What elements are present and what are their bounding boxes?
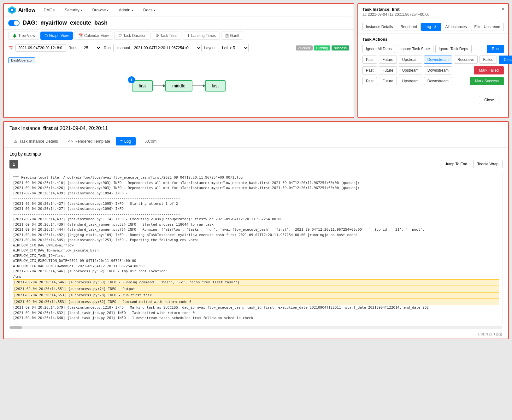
tab-landing-times[interactable]: ⬇ Landing Times — [183, 32, 220, 40]
clear-past-btn[interactable]: Past — [362, 56, 377, 64]
jump-to-end-btn[interactable]: Jump To End — [441, 160, 471, 168]
layout-select[interactable]: Left > R — [218, 44, 249, 52]
ignore-task-state-btn[interactable]: Ignore Task State — [397, 45, 433, 53]
failed-future-btn[interactable]: Future — [379, 66, 397, 74]
clear-downstream-btn[interactable]: Downstream — [424, 56, 452, 64]
nav-browse[interactable]: Browse ▾ — [90, 6, 110, 14]
tab-tree-view[interactable]: 🌲 Tree View — [8, 32, 39, 40]
run-btn[interactable]: Run — [487, 45, 504, 53]
ignore-all-deps-btn[interactable]: Ignore All Deps — [362, 45, 395, 53]
log-line: AIRFLOW_CTX_EXECUTION_DATE=2021-09-04T12… — [13, 258, 499, 264]
run-label: Run — [104, 46, 111, 50]
log-footer: CSDN @IT答道 — [4, 330, 508, 339]
log-line: [2021-09-04 20:20:14,444] {standard_task… — [13, 227, 499, 233]
log-tab-xcom[interactable]: = XCom — [137, 137, 161, 145]
tab-graph-view[interactable]: ⬡ Graph View — [40, 32, 73, 40]
success-upstream-btn[interactable]: Upstream — [399, 77, 422, 85]
log-line: [2021-09-04 20:20:14,545] {taskinstance.… — [13, 238, 499, 243]
log-line: AIRFLOW_CTX_DAG_RUN_ID=manual__2021-09-0… — [13, 264, 499, 269]
tab-gantt[interactable]: ▤ Gantt — [221, 32, 243, 40]
log-line: [2021-09-04 20:20:14,437] {taskinstance.… — [13, 217, 499, 222]
log-line: [2021-09-04 20:20:14,553] {subprocess.py… — [13, 299, 499, 305]
brand-name: Airflow — [18, 7, 35, 13]
scrollbar-thumb[interactable] — [9, 326, 22, 329]
list-icon: ≡ — [120, 139, 123, 144]
clear-failed-btn[interactable]: Failed — [480, 56, 497, 64]
nav-dags[interactable]: DAGs — [42, 6, 56, 14]
tab-all-instances[interactable]: All Instances — [442, 23, 470, 31]
log-panel-title: Task Instance: first at 2021-09-04, 20:2… — [9, 126, 108, 131]
warning-icon: ⚠ — [14, 139, 18, 144]
step-badge-1: 1 — [128, 76, 135, 83]
dag-node-middle[interactable]: middle — [165, 80, 192, 92]
calendar-icon: 📅 — [78, 33, 83, 38]
log-line: [2021-09-04 20:20:14,427] {taskinstance.… — [13, 201, 499, 207]
tab-task-tries[interactable]: ⟳ Task Tries — [152, 32, 181, 40]
nav-admin[interactable]: Admin ▾ — [117, 6, 135, 14]
dag-title: myairflow_execute_bash — [40, 20, 108, 26]
failed-past-btn[interactable]: Past — [362, 66, 377, 74]
log-tab-instance-details[interactable]: ⚠ Task Instance Details — [9, 137, 62, 145]
log-line: *** Reading local file: /root/airflow/lo… — [13, 175, 499, 180]
tab-task-duration[interactable]: ⏱ Task Duration — [114, 32, 150, 40]
nav-security[interactable]: Security ▾ — [63, 6, 84, 14]
clear-recursive-btn[interactable]: Recursive — [454, 56, 478, 64]
clear-upstream-btn[interactable]: Upstream — [399, 56, 422, 64]
log-tab-rendered[interactable]: <> Rendered Template — [64, 137, 115, 145]
task-panel-subtitle: at: 2021-09-04T12:20:11.967254+00:00 — [362, 12, 504, 17]
dag-node-first[interactable]: first — [132, 80, 153, 92]
log-line: [2021-09-04 20:20:14,426] {taskinstance.… — [13, 186, 499, 191]
mark-success-btn[interactable]: Mark Success — [470, 77, 504, 85]
operator-label: BashOperator — [8, 57, 35, 63]
runs-select[interactable]: 25 — [80, 44, 101, 52]
clear-future-btn[interactable]: Future — [379, 56, 397, 64]
svg-point-2 — [11, 9, 13, 11]
ignore-task-deps-btn[interactable]: Ignore Task Deps — [435, 45, 472, 53]
tab-filter-upstream[interactable]: Filter Upstream — [471, 23, 504, 31]
failed-downstream-btn[interactable]: Downstream — [424, 66, 452, 74]
log-tab-log[interactable]: ≡ Log — [116, 137, 135, 145]
attempt-badge[interactable]: 1 — [9, 160, 18, 169]
toggle-wrap-btn[interactable]: Toggle Wrap — [473, 160, 503, 168]
run-select[interactable]: manual__2021-09-04T12:20:11.967254+00:00 — [113, 44, 202, 52]
airflow-logo-icon — [8, 6, 16, 15]
log-line: [2021-09-04 20:20:14,492] {logging_mixin… — [13, 233, 499, 238]
log-attempts-label: Log by attempts — [4, 148, 508, 158]
nav-docs[interactable]: Docs ▾ — [141, 6, 157, 14]
arrow-middle-last — [192, 86, 205, 86]
log-nav-tabs: ⚠ Task Instance Details <> Rendered Temp… — [4, 135, 508, 148]
dag-node-last[interactable]: last — [205, 80, 226, 92]
log-line: [2021-09-04 20:20:14,632] {local_task_jo… — [13, 311, 499, 316]
close-x-button[interactable]: × — [502, 6, 504, 12]
tab-calendar-view[interactable]: 📅 Calendar View — [74, 32, 113, 40]
badge-running: running — [314, 45, 331, 50]
tab-log[interactable]: Log 2 — [421, 23, 441, 31]
tries-icon: ⟳ — [156, 33, 159, 38]
calendar-ctrl-icon: 📅 — [8, 46, 13, 50]
failed-upstream-btn[interactable]: Upstream — [399, 66, 422, 74]
log-line: /tmp — [13, 274, 499, 280]
node-first-wrapper: 1 first — [132, 80, 153, 92]
scrollbar[interactable] — [9, 326, 503, 329]
tab-rendered[interactable]: Rendered — [397, 23, 421, 31]
arrow-first-middle — [153, 86, 165, 86]
log-line: [2021-09-04 20:20:14,410] {taskinstance.… — [13, 180, 499, 186]
date-input[interactable] — [15, 44, 66, 52]
dag-toggle[interactable] — [8, 20, 20, 26]
success-past-btn[interactable]: Past — [362, 77, 377, 85]
status-badges: queued running success — [296, 45, 349, 50]
clear-btn[interactable]: Clear — [499, 56, 512, 64]
log-panel-header: Task Instance: first at 2021-09-04, 20:2… — [4, 122, 508, 135]
tab-instance-details[interactable]: Instance Details — [362, 23, 396, 31]
mark-failed-btn[interactable]: Mark Failed — [474, 66, 504, 74]
log-line: [2021-09-04 20:20:14,546] {subprocess.py… — [13, 269, 499, 274]
task-actions-title: Task Actions — [362, 37, 504, 42]
graph-icon: ⬡ — [44, 33, 48, 38]
success-downstream-btn[interactable]: Downstream — [424, 77, 452, 85]
success-future-btn[interactable]: Future — [379, 77, 397, 85]
log-badge: 2 — [433, 24, 438, 29]
close-bottom-button[interactable]: Close — [479, 96, 499, 104]
log-controls: 1 Jump To End Toggle Wrap — [4, 158, 508, 170]
dag-controls: 📅 Runs 25 Run manual__2021-09-04T12:20:1… — [4, 42, 354, 54]
log-line: AIRFLOW_CTX_DAG_OWNER=airflow — [13, 243, 499, 248]
